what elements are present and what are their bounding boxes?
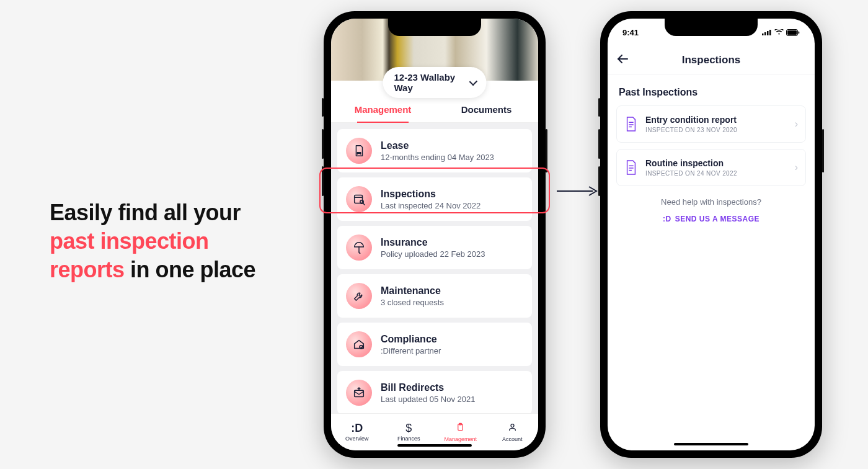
- phone-management: 12-23 Wallaby Way Management Documents L…: [324, 11, 546, 458]
- send-message-link[interactable]: :D SEND US A MESSAGE: [663, 215, 760, 223]
- insurance-icon: [346, 234, 372, 261]
- tab-bar: Management Documents: [331, 98, 538, 123]
- compliance-icon: [346, 331, 372, 357]
- headline-line3-rest: in one place: [125, 257, 256, 282]
- nav-label: Overview: [345, 436, 369, 442]
- card-subtitle: 12-months ending 04 May 2023: [381, 153, 494, 162]
- card-title: Maintenance: [381, 285, 444, 297]
- tab-documents[interactable]: Documents: [435, 98, 538, 122]
- card-title: Inspections: [381, 188, 480, 200]
- svg-rect-16: [787, 30, 797, 35]
- card-insurance[interactable]: Insurance Policy uploaded 22 Feb 2023: [337, 226, 532, 269]
- svg-point-9: [511, 424, 514, 427]
- tab-management[interactable]: Management: [331, 98, 435, 122]
- svg-rect-14: [769, 30, 771, 35]
- marketing-headline: Easily find all your past inspection rep…: [50, 199, 255, 284]
- back-button[interactable]: [616, 53, 629, 67]
- person-icon: [508, 422, 517, 434]
- inspection-item[interactable]: Routine inspection INSPECTED ON 24 NOV 2…: [616, 149, 806, 186]
- headline-line3-accent: reports: [50, 257, 125, 282]
- maintenance-icon: [346, 283, 372, 309]
- svg-rect-13: [767, 31, 769, 35]
- bottom-nav: :D Overview $ Finances Management: [331, 413, 538, 450]
- phone-inspections: 9:41 Inspections Past Inspections: [600, 11, 822, 458]
- inspection-date: INSPECTED ON 24 NOV 2022: [645, 170, 737, 177]
- signal-icon: [762, 29, 772, 35]
- card-subtitle: Last updated 05 Nov 2021: [381, 395, 476, 404]
- section-past-inspections: Past Inspections: [619, 87, 804, 98]
- wifi-icon: [774, 29, 784, 35]
- screen-title: Inspections: [682, 54, 740, 66]
- svg-line-3: [363, 203, 365, 205]
- home-indicator: [397, 444, 472, 447]
- card-subtitle: Last inspected 24 Nov 2022: [381, 201, 480, 210]
- card-subtitle: :Different partner: [381, 346, 441, 355]
- card-subtitle: Policy uploaded 22 Feb 2023: [381, 249, 485, 259]
- card-maintenance[interactable]: Maintenance 3 closed requests: [337, 274, 532, 318]
- bill-redirects-icon: [346, 380, 372, 406]
- nav-label: Finances: [397, 436, 420, 442]
- svg-rect-17: [799, 31, 800, 34]
- headline-line2: past inspection: [50, 228, 209, 254]
- card-inspections[interactable]: Inspections Last inspected 24 Nov 2022: [337, 177, 532, 221]
- inspections-icon: [346, 186, 372, 212]
- svg-rect-12: [764, 32, 766, 35]
- svg-rect-0: [355, 195, 363, 203]
- screen-header: Inspections: [608, 46, 815, 74]
- brand-logo-icon: :D: [663, 215, 671, 223]
- status-time: 9:41: [622, 28, 639, 37]
- card-bill-redirects[interactable]: Bill Redirects Last updated 05 Nov 2021: [337, 371, 532, 414]
- property-selector[interactable]: 12-23 Wallaby Way: [383, 67, 487, 98]
- phone-notch: [388, 19, 481, 36]
- inspection-item[interactable]: Entry condition report INSPECTED ON 23 N…: [616, 105, 806, 143]
- svg-rect-11: [762, 34, 764, 35]
- dollar-icon: $: [405, 422, 412, 434]
- clipboard-icon: [456, 422, 465, 434]
- card-title: Compliance: [381, 333, 441, 345]
- nav-label: Account: [502, 436, 523, 442]
- battery-icon: [786, 29, 800, 36]
- headline-line1: Easily find all your: [50, 200, 241, 225]
- nav-account[interactable]: Account: [487, 414, 539, 450]
- help-cta-label: SEND US A MESSAGE: [675, 215, 760, 223]
- inspection-date: INSPECTED ON 23 NOV 2020: [645, 127, 737, 133]
- document-icon: [624, 116, 638, 132]
- card-title: Bill Redirects: [381, 382, 476, 393]
- nav-label: Management: [444, 436, 477, 442]
- help-question: Need help with inspections?: [616, 197, 806, 207]
- property-name: 12-23 Wallaby Way: [394, 72, 465, 93]
- card-subtitle: 3 closed requests: [381, 298, 444, 307]
- inspection-title: Routine inspection: [645, 158, 737, 168]
- lease-icon: [346, 138, 372, 164]
- chevron-right-icon: ›: [795, 118, 798, 130]
- document-icon: [624, 159, 638, 176]
- logo-icon: :D: [351, 422, 363, 434]
- card-title: Lease: [381, 140, 494, 151]
- home-indicator: [674, 443, 748, 445]
- chevron-down-icon: [469, 78, 477, 86]
- chevron-right-icon: ›: [795, 162, 798, 173]
- arrow-right-icon: [556, 185, 599, 197]
- svg-rect-6: [355, 390, 364, 396]
- card-compliance[interactable]: Compliance :Different partner: [337, 323, 532, 366]
- nav-overview[interactable]: :D Overview: [331, 414, 383, 450]
- card-title: Insurance: [381, 236, 485, 248]
- inspection-title: Entry condition report: [645, 115, 737, 125]
- phone-notch: [665, 19, 758, 36]
- card-lease[interactable]: Lease 12-months ending 04 May 2023: [337, 129, 532, 172]
